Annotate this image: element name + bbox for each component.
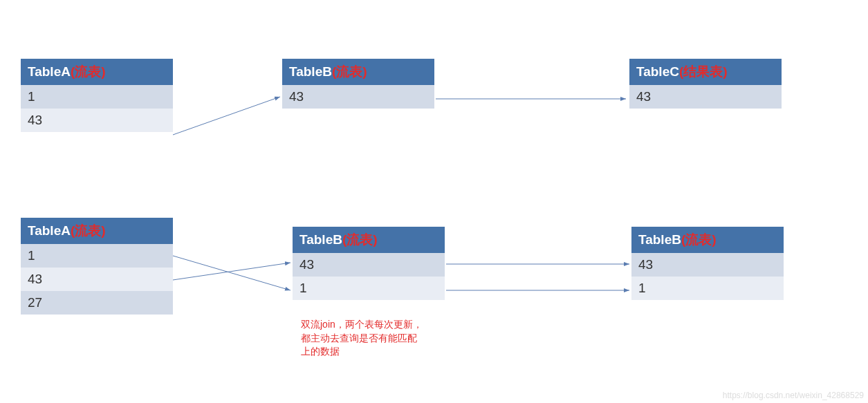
- table-header: TableB(流表): [631, 227, 784, 253]
- table-row: 1: [631, 277, 784, 300]
- table-suffix: (流表): [332, 64, 367, 79]
- table-name: TableB: [289, 64, 332, 79]
- svg-line-0: [173, 97, 280, 135]
- table-row: 1: [21, 85, 173, 109]
- table-row: 43: [282, 85, 434, 109]
- table-row: 27: [21, 291, 173, 315]
- table-suffix: (流表): [681, 232, 717, 247]
- table-suffix: (流表): [71, 64, 106, 79]
- bottom-table-b: TableB(流表) 43 1: [293, 227, 445, 300]
- table-row: 43: [631, 253, 784, 277]
- table-suffix: (结果表): [679, 64, 728, 79]
- table-row: 43: [21, 109, 173, 132]
- table-name: TableA: [28, 64, 71, 79]
- watermark: https://blog.csdn.net/weixin_42868529: [723, 391, 864, 400]
- table-name: TableA: [28, 223, 71, 238]
- table-row: 43: [293, 253, 445, 277]
- table-header: TableC(结果表): [629, 59, 782, 85]
- table-header: TableA(流表): [21, 59, 173, 85]
- table-suffix: (流表): [342, 232, 378, 247]
- annotation-note: 双流join，两个表每次更新，都主动去查询是否有能匹配上的数据: [301, 318, 425, 359]
- bottom-table-c: TableB(流表) 43 1: [631, 227, 784, 300]
- bottom-table-a: TableA(流表) 1 43 27: [21, 218, 173, 315]
- table-row: 43: [21, 268, 173, 291]
- table-header: TableA(流表): [21, 218, 173, 244]
- table-name: TableC: [636, 64, 679, 79]
- table-header: TableB(流表): [282, 59, 434, 85]
- table-header: TableB(流表): [293, 227, 445, 253]
- diagram-stage: TableA(流表) 1 43 TableB(流表) 43 TableC(结果表…: [0, 0, 868, 403]
- top-table-c: TableC(结果表) 43: [629, 59, 782, 109]
- top-table-b: TableB(流表) 43: [282, 59, 434, 109]
- table-row: 1: [293, 277, 445, 300]
- top-table-a: TableA(流表) 1 43: [21, 59, 173, 132]
- table-name: TableB: [299, 232, 342, 247]
- table-row: 43: [629, 85, 782, 109]
- table-suffix: (流表): [71, 223, 106, 238]
- table-name: TableB: [638, 232, 681, 247]
- table-row: 1: [21, 244, 173, 268]
- svg-line-2: [173, 256, 290, 290]
- svg-line-3: [173, 263, 290, 280]
